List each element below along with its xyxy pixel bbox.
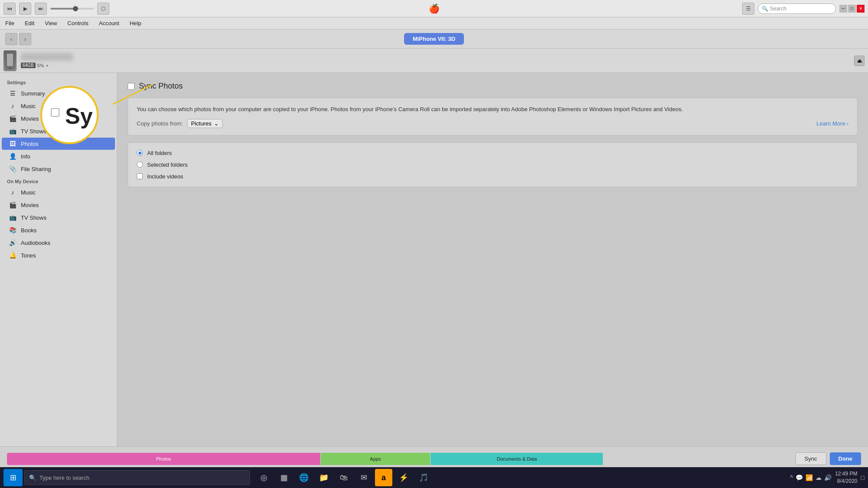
taskbar-taskview-icon[interactable]: ▦ xyxy=(275,469,293,486)
play-button[interactable]: ▶ xyxy=(19,3,31,15)
all-folders-label: All folders xyxy=(147,150,172,156)
sidebar-item-filesharing[interactable]: 📎 File Sharing xyxy=(2,163,115,175)
taskbar-cloud-icon[interactable]: ☁ xyxy=(815,474,822,481)
menu-edit[interactable]: Edit xyxy=(23,19,36,27)
all-folders-radio[interactable] xyxy=(137,150,143,156)
copy-from-value: Pictures xyxy=(191,120,211,127)
sync-button[interactable]: Sync xyxy=(796,452,826,465)
window-controls: ─ □ ✕ xyxy=(839,5,865,13)
volume-control[interactable] xyxy=(50,8,94,10)
eject-button[interactable]: ⏏ xyxy=(854,56,865,66)
taskbar-malwarebytes-icon[interactable]: ⚡ xyxy=(395,469,412,486)
include-videos-label: Include videos xyxy=(147,173,183,180)
sidebar-item-music[interactable]: ♪ Music xyxy=(2,100,115,112)
taskbar-mail-icon[interactable]: ✉ xyxy=(355,469,372,486)
done-button[interactable]: Done xyxy=(830,452,861,465)
settings-section-label: Settings xyxy=(0,76,117,87)
taskbar-cortana-icon[interactable]: ◎ xyxy=(255,469,273,486)
tvshows2-icon: 📺 xyxy=(9,214,16,221)
sidebar-item-tvshows2[interactable]: 📺 TV Shows xyxy=(2,211,115,224)
menu-view[interactable]: View xyxy=(43,19,59,27)
device-badge[interactable]: MiPhone VII: 3D xyxy=(404,33,464,45)
storage-segment-empty xyxy=(603,453,790,465)
rewind-button[interactable]: ⏮ xyxy=(3,3,16,15)
nav-back-button[interactable]: ‹ xyxy=(5,33,17,45)
onmydevice-section-label: On My Device xyxy=(0,175,117,186)
tones-icon: 🔔 xyxy=(9,251,16,259)
start-button[interactable]: ⊞ xyxy=(3,469,23,486)
include-videos-row: Include videos xyxy=(137,173,848,180)
sidebar-item-movies[interactable]: 🎬 Movies xyxy=(2,112,115,125)
movies-icon: 🎬 xyxy=(9,115,16,122)
taskbar-sys-icons: ^ 💬 📶 ☁ 🔊 xyxy=(790,474,832,481)
audiobooks-icon: 🔊 xyxy=(9,239,16,247)
search-bar[interactable]: 🔍 Search xyxy=(758,3,836,14)
menu-help[interactable]: Help xyxy=(128,19,143,27)
sidebar-item-movies2[interactable]: 🎬 Movies xyxy=(2,199,115,211)
taskbar-date: 8/4/2020 xyxy=(835,478,857,485)
close-button[interactable]: ✕ xyxy=(857,5,865,13)
selected-folders-radio[interactable] xyxy=(137,162,143,168)
sidebar: Settings ☰ Summary ♪ Music 🎬 Movies 📺 TV… xyxy=(0,73,117,446)
sidebar-item-label-info: Info xyxy=(21,153,30,160)
menu-controls[interactable]: Controls xyxy=(66,19,90,27)
taskbar-itunes-taskbar-icon[interactable]: 🎵 xyxy=(415,469,432,486)
minimize-button[interactable]: ─ xyxy=(839,5,847,13)
storage-docs-label: Documents & Data xyxy=(497,456,537,462)
menu-bar: File Edit View Controls Account Help xyxy=(0,17,868,30)
sidebar-item-label-movies2: Movies xyxy=(21,202,39,208)
list-view-button[interactable]: ☰ xyxy=(742,3,754,15)
taskbar-search-bar[interactable]: 🔍 Type here to search xyxy=(24,470,250,485)
sync-photos-checkbox[interactable] xyxy=(128,83,135,90)
sidebar-item-summary[interactable]: ☰ Summary xyxy=(2,87,115,99)
selected-folders-row: Selected folders xyxy=(137,162,848,168)
sidebar-item-music2[interactable]: ♪ Music xyxy=(2,186,115,198)
music-icon: ♪ xyxy=(9,102,16,110)
device-info-bar: 64GB 5% + ⏏ xyxy=(0,49,868,73)
sidebar-item-audiobooks[interactable]: 🔊 Audiobooks xyxy=(2,237,115,249)
restore-button[interactable]: □ xyxy=(848,5,856,13)
sidebar-item-info[interactable]: 👤 Info xyxy=(2,150,115,162)
storage-badge: 64GB xyxy=(21,63,36,68)
sidebar-item-label-photos: Photos xyxy=(21,141,38,147)
sidebar-item-label-tvshows: TV Shows xyxy=(21,128,46,135)
taskbar-edge-icon[interactable]: 🌐 xyxy=(295,469,312,486)
storage-segment-photos: Photos xyxy=(7,453,320,465)
filesharing-icon: 📎 xyxy=(9,165,16,173)
taskbar-volume-icon[interactable]: 🔊 xyxy=(824,474,832,481)
title-bar-left: ⏮ ▶ ⏭ ⬡ xyxy=(3,3,109,15)
airplay-button[interactable]: ⬡ xyxy=(97,3,109,15)
options-box: All folders Selected folders Include vid… xyxy=(128,142,858,187)
volume-slider[interactable] xyxy=(50,8,94,10)
nav-bar: ‹ › MiPhone VII: 3D xyxy=(0,30,868,49)
music2-icon: ♪ xyxy=(9,188,16,196)
taskbar-notification-icon[interactable]: 💬 xyxy=(796,474,803,481)
taskbar-icons: ◎ ▦ 🌐 📁 🛍 ✉ a ⚡ 🎵 xyxy=(255,469,432,486)
menu-account[interactable]: Account xyxy=(97,19,121,27)
fastforward-button[interactable]: ⏭ xyxy=(35,3,47,15)
copy-photos-row: Copy photos from: Pictures ⌄ Learn More … xyxy=(137,119,848,128)
learn-more-link[interactable]: Learn More › xyxy=(816,120,848,127)
title-bar-center: 🍎 xyxy=(429,3,440,14)
sidebar-item-tvshows[interactable]: 📺 TV Shows xyxy=(2,125,115,137)
include-videos-checkbox[interactable] xyxy=(137,173,143,179)
copy-from-select[interactable]: Pictures ⌄ xyxy=(187,119,223,128)
sidebar-item-photos[interactable]: 🖼 Photos xyxy=(2,138,115,150)
taskbar-time: 12:49 PM 8/4/2020 xyxy=(835,470,857,485)
sidebar-item-label-audiobooks: Audiobooks xyxy=(21,240,50,246)
taskbar-amazon-icon[interactable]: a xyxy=(375,469,392,486)
storage-segment-apps: Apps xyxy=(321,453,431,465)
taskbar-action-center-icon[interactable]: □ xyxy=(861,474,865,481)
taskbar-explorer-icon[interactable]: 📁 xyxy=(315,469,332,486)
taskbar-chevron-icon[interactable]: ^ xyxy=(790,474,793,481)
taskbar-right: ^ 💬 📶 ☁ 🔊 12:49 PM 8/4/2020 □ xyxy=(790,470,865,485)
sidebar-item-tones[interactable]: 🔔 Tones xyxy=(2,249,115,261)
sync-photos-title: Sync Photos xyxy=(139,82,183,91)
sidebar-item-books[interactable]: 📚 Books xyxy=(2,224,115,236)
taskbar-wifi-icon[interactable]: 📶 xyxy=(806,474,813,481)
menu-file[interactable]: File xyxy=(3,19,16,27)
info-box: You can choose which photos from your co… xyxy=(128,98,858,135)
nav-forward-button[interactable]: › xyxy=(19,33,31,45)
taskbar-store-icon[interactable]: 🛍 xyxy=(335,469,352,486)
movies2-icon: 🎬 xyxy=(9,201,16,209)
